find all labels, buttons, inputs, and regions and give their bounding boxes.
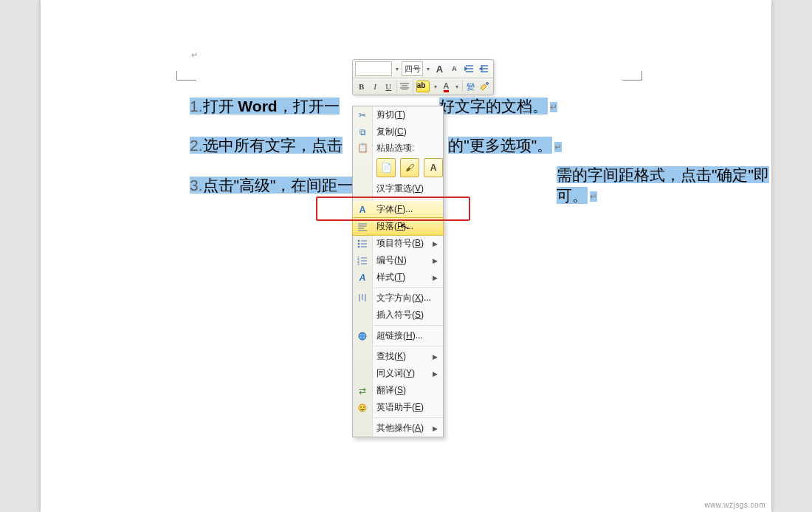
mini-toolbar: ▾ 四号 ▾ A A B I U xyxy=(352,59,494,95)
menu-separator xyxy=(374,325,443,326)
font-name-combo[interactable] xyxy=(355,61,392,76)
svg-point-31 xyxy=(360,406,362,408)
decrease-indent-button[interactable] xyxy=(462,62,476,75)
text-direction-icon xyxy=(353,293,372,304)
assistant-icon xyxy=(353,403,372,413)
shrink-font-button[interactable]: A xyxy=(447,62,461,75)
menu-styles[interactable]: A 样式(T) ▶ xyxy=(353,269,443,286)
format-painter-button[interactable] xyxy=(478,80,491,93)
menu-paragraph[interactable]: 段落(P)... xyxy=(353,218,443,235)
menu-find[interactable]: 查找(K) ▶ xyxy=(353,348,443,365)
cut-icon: ✂ xyxy=(353,110,372,120)
highlight-drop-icon[interactable]: ▾ xyxy=(432,80,439,93)
menu-bullets[interactable]: 项目符号(B) ▶ xyxy=(353,235,443,252)
submenu-arrow-icon: ▶ xyxy=(433,425,443,432)
paste-icon: 📋 xyxy=(353,143,372,153)
menu-insert-symbol[interactable]: 插入符号(S) xyxy=(353,307,443,324)
submenu-arrow-icon: ▶ xyxy=(433,274,443,281)
menu-translate[interactable]: ⇄ 翻译(S) xyxy=(353,382,443,399)
svg-point-14 xyxy=(358,239,360,242)
italic-button[interactable]: I xyxy=(368,80,381,93)
numbering-icon: 123 xyxy=(353,256,372,265)
increase-indent-button[interactable] xyxy=(477,62,491,75)
separator xyxy=(413,80,413,93)
menu-english-assistant[interactable]: 英语助手(E) xyxy=(353,399,443,416)
paste-text-only-button[interactable]: A xyxy=(424,158,443,177)
context-menu: ✂ 剪切(T) ⧉ 复制(C) 📋 粘贴选项: 📄 🖌 A 汉字重选(V) A … xyxy=(352,106,444,437)
align-center-button[interactable] xyxy=(399,80,411,93)
submenu-arrow-icon: ▶ xyxy=(433,370,443,378)
menu-cut[interactable]: ✂ 剪切(T) xyxy=(353,106,443,123)
menu-numbering[interactable]: 123 编号(N) ▶ xyxy=(353,252,443,269)
underline-button[interactable]: U xyxy=(382,80,395,93)
separator xyxy=(396,80,397,93)
text-line-2[interactable]: 2.选中所有文字，点击 的"更多选项"。↵ xyxy=(190,126,706,165)
menu-font[interactable]: A 字体(F)... xyxy=(353,201,443,218)
margin-corner-left xyxy=(176,71,196,81)
font-size-combo[interactable]: 四号 xyxy=(402,61,423,76)
text-line-3b[interactable]: 需的字间距格式，点击"确定"即可。↵ xyxy=(557,165,771,206)
menu-synonym[interactable]: 同义词(Y) ▶ xyxy=(353,365,443,382)
menu-separator xyxy=(374,417,443,418)
svg-point-15 xyxy=(358,242,360,245)
menu-other-actions[interactable]: 其他操作(A) ▶ xyxy=(353,420,443,437)
svg-point-16 xyxy=(358,245,360,248)
paragraph-icon xyxy=(353,222,372,231)
font-color-button[interactable]: A xyxy=(440,80,453,93)
submenu-arrow-icon: ▶ xyxy=(433,257,443,264)
font-icon: A xyxy=(353,205,372,215)
paste-options-row: 📄 🖌 A xyxy=(353,155,443,180)
margin-corner-right xyxy=(622,71,642,81)
menu-separator xyxy=(374,346,443,347)
watermark-text: www.wzjsgs.com xyxy=(704,501,765,509)
hyperlink-icon xyxy=(353,331,372,341)
menu-hanzi-reconvert[interactable]: 汉字重选(V) xyxy=(353,180,443,197)
svg-point-32 xyxy=(363,406,365,408)
svg-text:3: 3 xyxy=(357,262,359,265)
copy-icon: ⧉ xyxy=(353,127,372,137)
styles-icon: A xyxy=(353,273,372,283)
phonetic-button[interactable]: 變 xyxy=(464,80,477,93)
font-size-drop-icon[interactable]: ▾ xyxy=(424,62,432,75)
bold-button[interactable]: B xyxy=(355,80,368,93)
translate-icon: ⇄ xyxy=(353,386,372,396)
paragraph-mark: ↵ xyxy=(191,50,198,60)
grow-font-button[interactable]: A xyxy=(433,62,447,75)
menu-copy[interactable]: ⧉ 复制(C) xyxy=(353,123,443,140)
menu-separator xyxy=(374,199,443,199)
font-name-drop-icon[interactable]: ▾ xyxy=(393,62,401,75)
submenu-arrow-icon: ▶ xyxy=(433,353,443,361)
menu-text-direction[interactable]: 文字方向(X)... xyxy=(353,290,443,307)
submenu-arrow-icon: ▶ xyxy=(433,240,443,248)
font-color-drop-icon[interactable]: ▾ xyxy=(453,80,461,93)
menu-hyperlink[interactable]: 超链接(H)... xyxy=(353,327,443,344)
paste-merge-button[interactable]: 🖌 xyxy=(400,158,419,177)
paste-keep-source-button[interactable]: 📄 xyxy=(376,158,396,177)
bullets-icon xyxy=(353,239,372,248)
separator xyxy=(462,80,463,93)
menu-separator xyxy=(374,287,443,288)
menu-paste-options-label: 📋 粘贴选项: xyxy=(353,140,443,155)
highlight-button[interactable]: ab xyxy=(415,80,431,93)
document-page: ↵ 1.打开 Word，打开一 好文字的文档。↵ 2.选中所有文字，点击 的"更… xyxy=(41,0,771,512)
